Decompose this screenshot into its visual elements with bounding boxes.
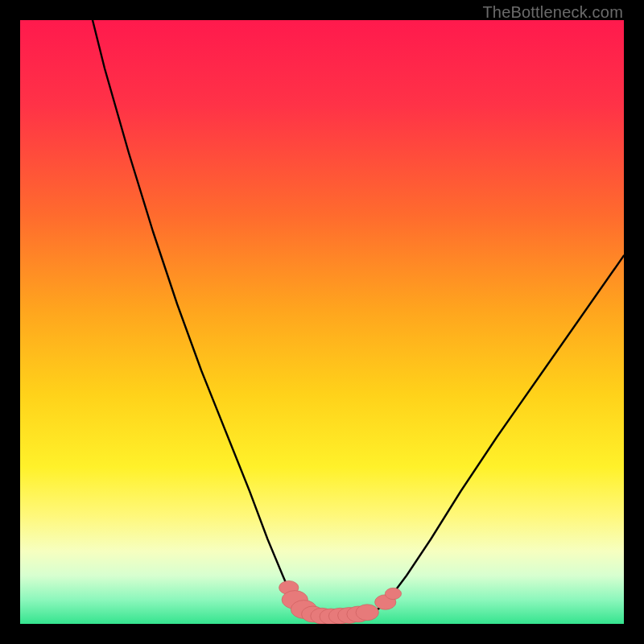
plot-area — [20, 20, 624, 624]
chart-frame: TheBottleneck.com — [0, 0, 644, 644]
watermark-text: TheBottleneck.com — [482, 3, 623, 22]
svg-rect-0 — [20, 20, 624, 624]
background-gradient — [20, 20, 624, 624]
